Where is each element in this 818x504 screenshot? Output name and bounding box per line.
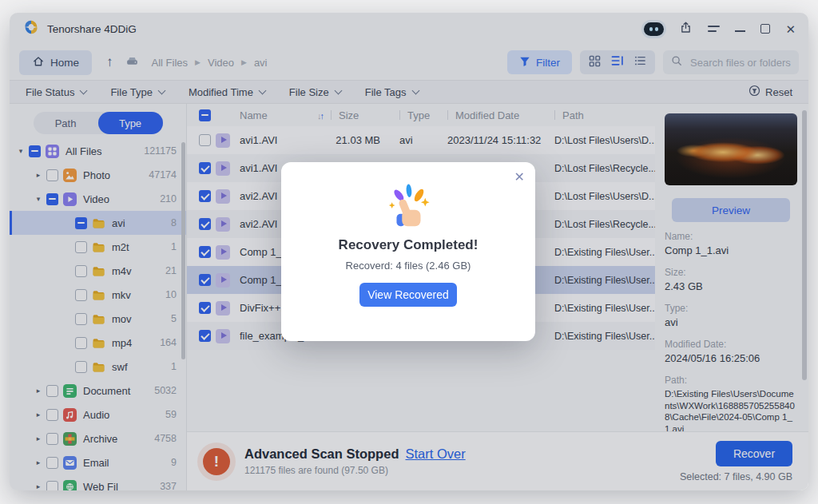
modal-title: Recovery Completed! — [281, 237, 535, 253]
thumbs-up-celebration-icon — [281, 183, 535, 231]
recovery-completed-modal: ✕ Recovery Completed! Recoverd: 4 files … — [281, 162, 535, 341]
view-recovered-button[interactable]: View Recovered — [359, 283, 457, 307]
modal-subtitle: Recoverd: 4 files (2.46 GB) — [281, 260, 535, 272]
modal-close-icon[interactable]: ✕ — [514, 169, 525, 185]
